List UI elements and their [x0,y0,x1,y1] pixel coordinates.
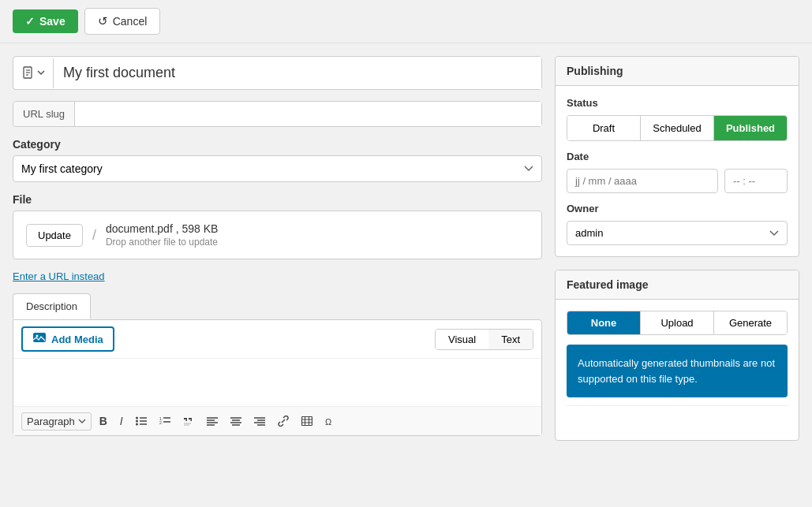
add-media-button[interactable]: Add Media [21,326,114,352]
main-layout: URL slug Category My first category File… [0,43,812,453]
table-button[interactable] [297,413,317,429]
publishing-panel-body: Status Draft Scheduled Published Date Ow… [556,86,799,256]
file-info: document.pdf , 598 KB Drop another file … [106,222,218,248]
category-section: Category My first category [13,138,542,182]
date-row [567,169,788,193]
left-column: URL slug Category My first category File… [13,56,542,441]
editor-view-tabs: Visual Text [435,329,533,350]
media-icon [32,332,47,346]
description-section: Description Add Media Visual [13,293,542,436]
blockquote-button[interactable] [178,413,199,429]
ordered-list-button[interactable]: 1.2. [155,413,175,429]
file-drop-hint: Drop another file to update [106,237,218,248]
editor-content[interactable] [13,359,541,406]
link-icon [278,416,289,427]
paragraph-select[interactable]: Paragraph [21,412,92,431]
owner-label: Owner [567,203,788,214]
ol-icon: 1.2. [159,416,170,426]
align-right-button[interactable] [249,414,270,429]
svg-point-6 [136,417,138,419]
unordered-list-button[interactable] [131,413,152,429]
svg-rect-30 [301,417,312,426]
time-input[interactable] [724,169,788,193]
table-icon [301,416,312,426]
enter-url-link[interactable]: Enter a URL instead [13,270,542,282]
scheduled-status-button[interactable]: Scheduled [640,116,713,140]
para-chevron-icon [78,419,86,423]
special-char-button[interactable]: Ω [320,412,341,430]
editor-area: Add Media Visual Text Paragraph B [13,319,542,436]
featured-image-bottom [567,405,788,429]
published-status-button[interactable]: Published [713,116,787,140]
featured-image-panel: Featured image None Upload Generate Auto… [555,270,799,441]
category-select[interactable]: My first category [13,155,542,182]
url-slug-row: URL slug [13,101,542,127]
editor-toolbar-top: Add Media Visual Text [13,320,541,359]
cancel-icon [98,14,108,28]
document-icon [21,66,36,80]
svg-point-5 [36,335,39,337]
svg-rect-4 [33,333,46,342]
svg-point-8 [136,420,138,423]
featured-image-panel-body: None Upload Generate Automatically gener… [556,300,799,440]
visual-tab[interactable]: Visual [436,330,488,349]
file-section: File Update / document.pdf , 598 KB Drop… [13,193,542,259]
featured-image-panel-title: Featured image [556,270,799,300]
title-row [13,56,542,90]
add-media-label: Add Media [51,334,103,345]
title-icon-button[interactable] [13,58,54,88]
align-right-icon [254,417,265,426]
owner-select[interactable]: admin [567,221,788,245]
generate-image-button[interactable]: Generate [713,311,787,334]
status-label: Status [567,97,788,109]
link-button[interactable] [273,412,294,430]
svg-point-10 [136,423,138,426]
none-image-button[interactable]: None [567,311,640,334]
cancel-button[interactable]: Cancel [84,8,161,35]
category-label: Category [13,138,542,151]
description-tab[interactable]: Description [13,293,91,319]
file-box: Update / document.pdf , 598 KB Drop anot… [13,211,542,259]
svg-text:Ω: Ω [325,417,331,427]
align-center-icon [230,417,241,426]
align-center-button[interactable] [226,414,246,429]
publishing-panel: Publishing Status Draft Scheduled Publis… [555,56,799,257]
bold-button[interactable]: B [95,412,112,431]
featured-image-notice: Automatically generated thumbnails are n… [567,345,788,397]
special-char-icon: Ω [325,416,336,427]
upload-image-button[interactable]: Upload [640,311,713,334]
right-column: Publishing Status Draft Scheduled Publis… [555,56,799,441]
file-separator: / [92,227,96,244]
slug-input[interactable] [75,102,541,126]
text-tab[interactable]: Text [488,330,533,349]
align-left-icon [207,417,218,426]
save-label: Save [39,15,65,28]
date-input[interactable] [567,169,718,193]
draft-status-button[interactable]: Draft [567,116,640,140]
top-toolbar: Save Cancel [0,0,812,43]
ul-icon [136,416,147,426]
paragraph-label: Paragraph [27,416,75,427]
featured-image-btn-group: None Upload Generate [567,311,788,335]
title-input[interactable] [54,57,541,89]
file-name: document.pdf , 598 KB [106,222,218,235]
slug-label: URL slug [13,102,75,126]
check-icon [25,15,35,28]
italic-button[interactable]: I [115,412,128,431]
cancel-label: Cancel [113,15,148,28]
editor-toolbar-bottom: Paragraph B I 1.2. [13,406,541,435]
svg-text:2.: 2. [159,420,163,425]
save-button[interactable]: Save [13,9,78,33]
publishing-panel-title: Publishing [556,57,799,86]
file-label: File [13,193,542,206]
align-left-button[interactable] [202,414,223,429]
blockquote-icon [183,416,194,426]
date-label: Date [567,151,788,162]
status-button-group: Draft Scheduled Published [567,115,788,141]
update-file-button[interactable]: Update [26,224,83,247]
chevron-down-icon [37,70,45,76]
desc-tab-bar: Description [13,293,542,319]
